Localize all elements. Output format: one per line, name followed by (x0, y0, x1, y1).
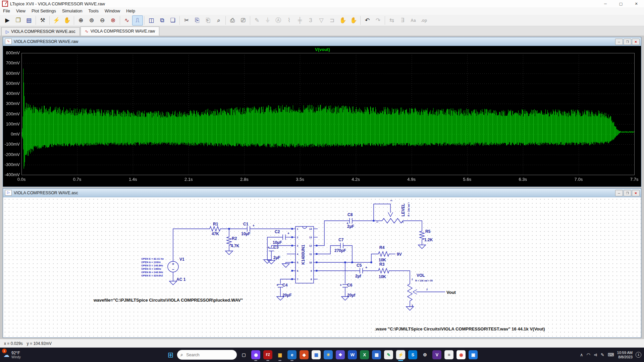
menu-tools[interactable]: Tools (86, 7, 102, 15)
filezilla-icon[interactable]: FZ (263, 350, 272, 359)
wifi-icon[interactable]: ◠ (587, 352, 590, 357)
v1-ref[interactable]: V1 (179, 257, 184, 262)
wire[interactable] (173, 229, 208, 261)
c3-ref[interactable]: C3 (273, 245, 279, 250)
inductor-icon[interactable]: 3 (305, 15, 316, 25)
skype-icon[interactable]: S (408, 350, 417, 359)
arrange-windows-icon[interactable]: ❏ (167, 15, 178, 25)
zoom-area-icon[interactable]: ⊚ (86, 15, 97, 25)
resistor-r5[interactable] (420, 229, 424, 242)
app-window-icon[interactable]: ▢ (239, 350, 248, 359)
halt-icon[interactable]: ⚡ (51, 15, 62, 25)
r2-ref[interactable]: R2 (232, 236, 237, 241)
c5-value[interactable]: 2µf (355, 274, 362, 278)
pan-icon[interactable]: ✋ (62, 15, 72, 25)
file-explorer-icon[interactable]: ▆ (275, 350, 284, 359)
level-pot-note[interactable]: R = 10k val = (408, 202, 410, 216)
word-icon[interactable]: W (348, 350, 357, 359)
clipchamp-icon[interactable]: ◉ (251, 350, 260, 359)
trace-label[interactable]: V(vout) (315, 47, 330, 52)
mirror-icon[interactable]: ⇆ (386, 15, 397, 25)
vol-pot-symbol[interactable] (408, 282, 412, 303)
text-icon[interactable]: Aa (408, 15, 419, 25)
resistor-r4[interactable] (376, 252, 391, 256)
wire[interactable] (388, 212, 393, 217)
zoom-full-extents-icon[interactable]: ⊗ (108, 15, 118, 25)
notification-icon[interactable]: 1 (636, 352, 641, 358)
wave-output-directive[interactable]: .wave "C:\PJM\LTSpice Circuits\VIOLA COM… (375, 326, 545, 331)
r1-ref[interactable]: R1 (213, 222, 218, 226)
find-icon[interactable]: ⌕ (213, 15, 224, 25)
autorange-icon[interactable]: ∿ (121, 15, 132, 25)
r5-value[interactable]: 1.2K (424, 238, 433, 242)
r4-ref[interactable]: R4 (379, 245, 385, 250)
excel-icon[interactable]: X (360, 350, 369, 359)
schem-close-button[interactable]: ✕ (632, 190, 640, 196)
tab-schematic[interactable]: ▷VIOLA COMPRESSOR WAVE.asc (1, 27, 80, 36)
volume-icon[interactable]: ⊲ (594, 352, 597, 357)
start-button[interactable]: ⊞ (166, 351, 175, 359)
c2-ref[interactable]: C2 (275, 229, 280, 234)
open-icon[interactable]: ❐ (13, 15, 23, 25)
wire[interactable] (391, 271, 410, 282)
c1-ref[interactable]: C1 (243, 222, 249, 226)
copy-icon[interactable]: ⎘ (192, 15, 203, 25)
ground-symbol[interactable] (169, 281, 177, 285)
undo-icon[interactable]: ↶ (362, 15, 373, 25)
label-net-icon[interactable]: Ⓐ (273, 15, 284, 25)
pen-icon[interactable]: ✎ (601, 352, 604, 357)
rotate-icon[interactable]: ∃ (397, 15, 408, 25)
ground-symbol[interactable] (418, 245, 426, 249)
minimize-button[interactable]: ─ (598, 0, 613, 7)
microsoft-store-icon[interactable]: ▦ (312, 350, 321, 359)
search-box[interactable]: ⌕ (177, 350, 237, 360)
resistor-icon[interactable]: ⌇ (284, 15, 294, 25)
r5-ref[interactable]: R5 (425, 229, 431, 234)
menu-plot-settings[interactable]: Plot Settings (29, 7, 59, 15)
resistor-r3[interactable] (376, 268, 391, 273)
redo-icon[interactable]: ↷ (373, 15, 383, 25)
vol-pot-note[interactable]: R = 10k val = 50 (415, 279, 433, 282)
c3-value[interactable]: 2µF (273, 255, 280, 260)
spice-directive-icon[interactable]: .op (419, 15, 429, 25)
brave-icon[interactable]: ◆ (300, 350, 309, 359)
zoom-out-icon[interactable]: ⊖ (97, 15, 108, 25)
menu-file[interactable]: File (0, 7, 13, 15)
menu-simulation[interactable]: Simulation (59, 7, 86, 15)
net-vout-label[interactable]: Vout (446, 290, 456, 295)
edge-icon[interactable]: e (287, 350, 297, 359)
diode-icon[interactable]: ▽ (316, 15, 327, 25)
component-icon[interactable]: ⊐ (327, 15, 337, 25)
wave-restore-button[interactable]: ❐ (624, 39, 631, 45)
wire[interactable] (405, 221, 422, 229)
vol-pot-name[interactable]: VOL (417, 273, 425, 278)
taskbar-clock[interactable]: 10:59 AM 8/8/2023 (617, 351, 633, 359)
chrome-icon[interactable]: ◉ (457, 350, 466, 359)
waveform-canvas[interactable] (3, 46, 641, 187)
c4-value[interactable]: 20µF (282, 293, 292, 298)
wire[interactable] (318, 221, 350, 246)
r4-value[interactable]: 10K (379, 258, 386, 262)
maximize-button[interactable]: ▢ (613, 0, 629, 7)
video-editor-icon[interactable]: ✎ (384, 350, 393, 359)
schem-minimize-button[interactable]: ─ (615, 190, 623, 196)
bluestacks-icon[interactable]: ▣ (469, 350, 478, 359)
tab-waveform[interactable]: ∿VIOLA COMPRESSOR WAVE.raw (80, 27, 159, 36)
c6-value[interactable]: 20µf (347, 293, 356, 298)
schematic-window-titlebar[interactable]: ▷ VIOLA COMPRESSOR WAVE.asc ─ ❐ ✕ (3, 189, 641, 197)
print-icon[interactable]: ⎙ (227, 15, 238, 25)
save-icon[interactable]: ▤ (23, 15, 34, 25)
menu-view[interactable]: View (13, 7, 29, 15)
wire[interactable] (371, 254, 376, 262)
ground-icon[interactable]: ⏚ (262, 15, 273, 25)
resistor-r1[interactable] (208, 226, 222, 231)
v1-value[interactable]: AC 1 (176, 277, 186, 282)
plot-settings-icon[interactable]: ⎍ (132, 15, 143, 25)
drag-icon[interactable]: ✋ (348, 15, 359, 25)
c8-ref[interactable]: C8 (347, 212, 353, 217)
menu-help[interactable]: Help (123, 7, 138, 15)
run-icon[interactable]: ▶ (2, 15, 13, 25)
wire-icon[interactable]: ✎ (252, 15, 262, 25)
c4-ref[interactable]: C4 (282, 283, 288, 288)
cut-icon[interactable]: ✂ (181, 15, 192, 25)
